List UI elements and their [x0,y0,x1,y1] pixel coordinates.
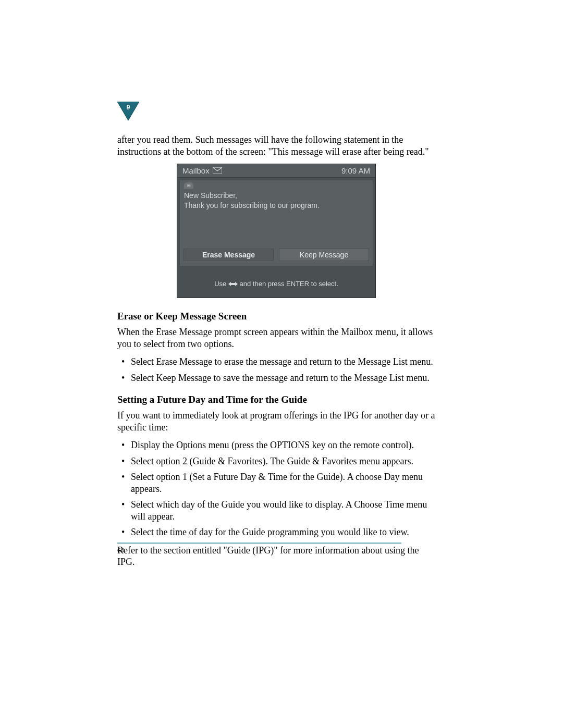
message-line-1: New Subscriber, [184,191,369,201]
mail-icon [213,166,222,175]
chapter-number: 9 [117,104,139,111]
mailbox-screenshot: Mailbox 9:09 AM ✉ New Subscriber, Thank … [177,164,376,298]
list-item: Select option 2 (Guide & Favorites). The… [117,455,435,467]
chapter-marker: 9 [117,102,139,120]
list-item: Select Erase Message to erase the messag… [117,356,435,368]
list-item: Select which day of the Guide you would … [117,499,435,522]
section2-closing: Refer to the section entitled "Guide (IP… [117,545,435,568]
section1-bullets: Select Erase Message to erase the messag… [117,356,435,384]
list-item: Select Keep Message to save the message … [117,372,435,384]
erase-message-button[interactable]: Erase Message [183,249,274,261]
section-heading-future-day: Setting a Future Day and Time for the Gu… [117,394,435,405]
svg-marker-2 [228,282,238,286]
message-tab-icon: ✉ [184,182,193,189]
section1-paragraph: When the Erase Message prompt screen app… [117,326,435,350]
keep-message-button[interactable]: Keep Message [279,249,369,261]
message-line-2: Thank you for subscribing to our program… [184,201,369,211]
section-heading-erase-keep: Erase or Keep Message Screen [117,311,435,322]
footer-rule [117,542,401,544]
list-item: Select option 1 (Set a Future Day & Time… [117,471,435,495]
section2-bullets: Display the Options menu (press the OPTI… [117,439,435,538]
intro-paragraph: after you read them. Such messages will … [117,134,435,157]
left-right-arrow-icon [228,280,238,288]
list-item: Display the Options menu (press the OPTI… [117,439,435,451]
mailbox-title: Mailbox [182,166,210,175]
mailbox-footer-hint: Use and then press ENTER to select. [177,265,375,298]
list-item: Select the time of day for the Guide pro… [117,526,435,538]
section2-paragraph: If you want to immediately look at progr… [117,410,435,433]
page-number: 64 [117,546,124,554]
mailbox-time: 9:09 AM [341,166,370,175]
mailbox-header: Mailbox 9:09 AM [177,164,375,178]
